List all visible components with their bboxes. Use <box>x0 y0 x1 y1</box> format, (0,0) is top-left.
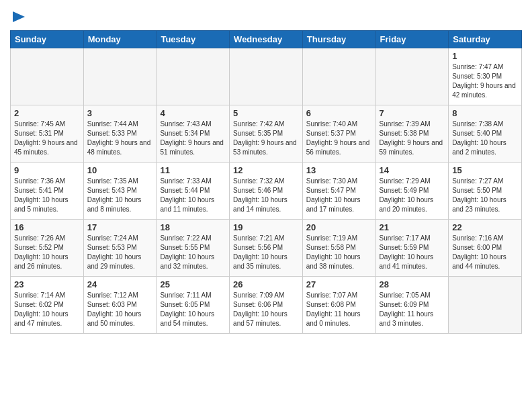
calendar-cell: 17Sunrise: 7:24 AM Sunset: 5:53 PM Dayli… <box>83 219 157 276</box>
calendar-cell: 6Sunrise: 7:40 AM Sunset: 5:37 PM Daylig… <box>302 105 375 162</box>
calendar-cell: 14Sunrise: 7:29 AM Sunset: 5:49 PM Dayli… <box>375 162 449 219</box>
calendar-cell: 25Sunrise: 7:11 AM Sunset: 6:05 PM Dayli… <box>157 276 230 333</box>
day-info: Sunrise: 7:30 AM Sunset: 5:47 PM Dayligh… <box>306 177 372 214</box>
day-info: Sunrise: 7:42 AM Sunset: 5:35 PM Dayligh… <box>233 120 299 157</box>
day-info: Sunrise: 7:19 AM Sunset: 5:58 PM Dayligh… <box>306 234 372 271</box>
day-number: 7 <box>380 108 445 118</box>
day-info: Sunrise: 7:40 AM Sunset: 5:37 PM Dayligh… <box>306 120 372 157</box>
day-number: 9 <box>14 165 80 175</box>
week-row-3: 9Sunrise: 7:36 AM Sunset: 5:41 PM Daylig… <box>11 162 522 219</box>
day-info: Sunrise: 7:14 AM Sunset: 6:02 PM Dayligh… <box>14 291 80 328</box>
calendar-cell: 4Sunrise: 7:43 AM Sunset: 5:34 PM Daylig… <box>157 105 230 162</box>
day-number: 21 <box>380 222 445 232</box>
weekday-header-tuesday: Tuesday <box>157 30 230 48</box>
calendar-cell <box>11 48 84 105</box>
day-number: 6 <box>306 108 372 118</box>
calendar-cell <box>83 48 157 105</box>
day-info: Sunrise: 7:16 AM Sunset: 6:00 PM Dayligh… <box>452 234 518 271</box>
day-number: 4 <box>160 108 226 118</box>
weekday-header-friday: Friday <box>375 30 449 48</box>
day-number: 17 <box>87 222 153 232</box>
calendar-cell <box>449 276 522 333</box>
calendar-cell: 7Sunrise: 7:39 AM Sunset: 5:38 PM Daylig… <box>375 105 449 162</box>
weekday-header-wednesday: Wednesday <box>230 30 303 48</box>
calendar-cell: 16Sunrise: 7:26 AM Sunset: 5:52 PM Dayli… <box>11 219 84 276</box>
calendar-cell: 3Sunrise: 7:44 AM Sunset: 5:33 PM Daylig… <box>83 105 157 162</box>
day-info: Sunrise: 7:12 AM Sunset: 6:03 PM Dayligh… <box>87 291 153 328</box>
day-info: Sunrise: 7:43 AM Sunset: 5:34 PM Dayligh… <box>160 120 226 157</box>
calendar-cell: 5Sunrise: 7:42 AM Sunset: 5:35 PM Daylig… <box>230 105 303 162</box>
day-number: 2 <box>14 108 80 118</box>
day-number: 15 <box>452 165 518 175</box>
day-number: 8 <box>452 108 518 118</box>
day-number: 22 <box>452 222 518 232</box>
weekday-header-monday: Monday <box>83 30 157 48</box>
calendar-cell: 23Sunrise: 7:14 AM Sunset: 6:02 PM Dayli… <box>11 276 84 333</box>
week-row-4: 16Sunrise: 7:26 AM Sunset: 5:52 PM Dayli… <box>11 219 522 276</box>
day-number: 3 <box>87 108 153 118</box>
calendar-cell: 11Sunrise: 7:33 AM Sunset: 5:44 PM Dayli… <box>157 162 230 219</box>
day-info: Sunrise: 7:39 AM Sunset: 5:38 PM Dayligh… <box>380 120 445 157</box>
day-number: 1 <box>452 51 518 61</box>
logo <box>10 10 25 25</box>
day-info: Sunrise: 7:21 AM Sunset: 5:56 PM Dayligh… <box>233 234 299 271</box>
day-number: 16 <box>14 222 80 232</box>
day-info: Sunrise: 7:24 AM Sunset: 5:53 PM Dayligh… <box>87 234 153 271</box>
logo-icon <box>13 11 25 22</box>
calendar-cell: 2Sunrise: 7:45 AM Sunset: 5:31 PM Daylig… <box>11 105 84 162</box>
calendar-cell: 27Sunrise: 7:07 AM Sunset: 6:08 PM Dayli… <box>302 276 375 333</box>
week-row-1: 1Sunrise: 7:47 AM Sunset: 5:30 PM Daylig… <box>11 48 522 105</box>
day-number: 14 <box>380 165 445 175</box>
day-number: 19 <box>233 222 299 232</box>
page: SundayMondayTuesdayWednesdayThursdayFrid… <box>0 0 532 344</box>
day-info: Sunrise: 7:22 AM Sunset: 5:55 PM Dayligh… <box>160 234 226 271</box>
day-number: 25 <box>160 279 226 289</box>
day-info: Sunrise: 7:26 AM Sunset: 5:52 PM Dayligh… <box>14 234 80 271</box>
weekday-header-sunday: Sunday <box>11 30 84 48</box>
calendar-cell: 12Sunrise: 7:32 AM Sunset: 5:46 PM Dayli… <box>230 162 303 219</box>
calendar-cell: 13Sunrise: 7:30 AM Sunset: 5:47 PM Dayli… <box>302 162 375 219</box>
day-number: 13 <box>306 165 372 175</box>
week-row-5: 23Sunrise: 7:14 AM Sunset: 6:02 PM Dayli… <box>11 276 522 333</box>
day-number: 18 <box>160 222 226 232</box>
calendar-cell <box>302 48 375 105</box>
day-info: Sunrise: 7:27 AM Sunset: 5:50 PM Dayligh… <box>452 177 518 214</box>
day-info: Sunrise: 7:09 AM Sunset: 6:06 PM Dayligh… <box>233 291 299 328</box>
calendar-table: SundayMondayTuesdayWednesdayThursdayFrid… <box>10 30 522 334</box>
day-number: 10 <box>87 165 153 175</box>
day-number: 23 <box>14 279 80 289</box>
day-number: 11 <box>160 165 226 175</box>
calendar-cell <box>157 48 230 105</box>
day-info: Sunrise: 7:07 AM Sunset: 6:08 PM Dayligh… <box>306 291 372 328</box>
calendar-cell: 9Sunrise: 7:36 AM Sunset: 5:41 PM Daylig… <box>11 162 84 219</box>
day-number: 28 <box>380 279 445 289</box>
day-number: 20 <box>306 222 372 232</box>
day-number: 24 <box>87 279 153 289</box>
calendar-cell: 28Sunrise: 7:05 AM Sunset: 6:09 PM Dayli… <box>375 276 449 333</box>
week-row-2: 2Sunrise: 7:45 AM Sunset: 5:31 PM Daylig… <box>11 105 522 162</box>
calendar-cell: 20Sunrise: 7:19 AM Sunset: 5:58 PM Dayli… <box>302 219 375 276</box>
day-info: Sunrise: 7:36 AM Sunset: 5:41 PM Dayligh… <box>14 177 80 214</box>
calendar-cell: 1Sunrise: 7:47 AM Sunset: 5:30 PM Daylig… <box>449 48 522 105</box>
day-info: Sunrise: 7:44 AM Sunset: 5:33 PM Dayligh… <box>87 120 153 157</box>
calendar-cell: 15Sunrise: 7:27 AM Sunset: 5:50 PM Dayli… <box>449 162 522 219</box>
weekday-header-row: SundayMondayTuesdayWednesdayThursdayFrid… <box>11 30 522 48</box>
day-info: Sunrise: 7:05 AM Sunset: 6:09 PM Dayligh… <box>380 291 445 328</box>
day-info: Sunrise: 7:38 AM Sunset: 5:40 PM Dayligh… <box>452 120 518 157</box>
calendar-cell: 22Sunrise: 7:16 AM Sunset: 6:00 PM Dayli… <box>449 219 522 276</box>
day-info: Sunrise: 7:32 AM Sunset: 5:46 PM Dayligh… <box>233 177 299 214</box>
weekday-header-saturday: Saturday <box>449 30 522 48</box>
day-number: 5 <box>233 108 299 118</box>
header <box>10 7 522 25</box>
calendar-cell: 19Sunrise: 7:21 AM Sunset: 5:56 PM Dayli… <box>230 219 303 276</box>
calendar-cell: 18Sunrise: 7:22 AM Sunset: 5:55 PM Dayli… <box>157 219 230 276</box>
calendar-cell: 26Sunrise: 7:09 AM Sunset: 6:06 PM Dayli… <box>230 276 303 333</box>
day-number: 26 <box>233 279 299 289</box>
day-info: Sunrise: 7:47 AM Sunset: 5:30 PM Dayligh… <box>452 62 518 100</box>
day-info: Sunrise: 7:45 AM Sunset: 5:31 PM Dayligh… <box>14 120 80 157</box>
calendar-cell: 8Sunrise: 7:38 AM Sunset: 5:40 PM Daylig… <box>449 105 522 162</box>
calendar-cell: 24Sunrise: 7:12 AM Sunset: 6:03 PM Dayli… <box>83 276 157 333</box>
day-number: 27 <box>306 279 372 289</box>
svg-marker-0 <box>13 11 25 22</box>
calendar-cell <box>230 48 303 105</box>
